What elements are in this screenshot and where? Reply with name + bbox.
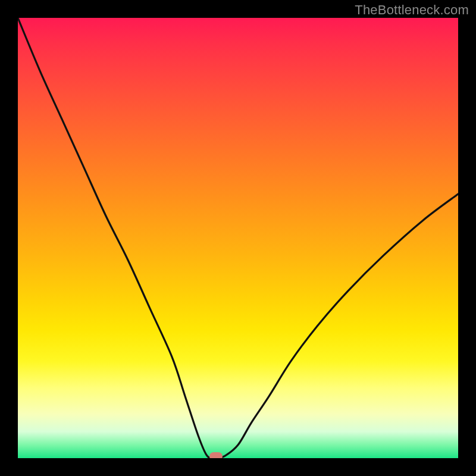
- chart-frame: TheBottleneck.com: [0, 0, 476, 476]
- optimum-marker: [209, 452, 223, 458]
- watermark-text: TheBottleneck.com: [355, 2, 469, 18]
- plot-area: [18, 18, 458, 458]
- bottleneck-curve: [18, 18, 458, 458]
